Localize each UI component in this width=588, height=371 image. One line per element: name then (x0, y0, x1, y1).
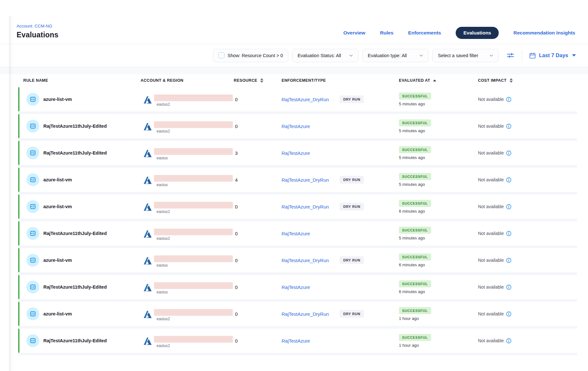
rule-name: azure-list-vm (43, 97, 72, 102)
table-row[interactable]: azure-list-vm eastus 4 RajTestAzure_DryR… (18, 168, 577, 192)
redacted-account-name (154, 309, 233, 316)
redacted-account-name (154, 255, 233, 262)
dry-run-badge: DRY RUN (340, 256, 364, 264)
evaluated-time: 5 minutes ago (399, 102, 478, 106)
enforcement-link[interactable]: RajTestAzure (282, 284, 310, 290)
redacted-account-name (154, 95, 233, 101)
status-badge: SUCCESSFUL (399, 280, 431, 287)
tab-recommendation-insights[interactable]: Recommendation Insights (513, 30, 575, 36)
rule-icon (26, 307, 39, 320)
caret-down-icon (572, 54, 576, 57)
sliders-icon (506, 51, 515, 60)
enforcement-link[interactable]: RajTestAzure_DryRun (282, 97, 329, 102)
evaluation-type-select[interactable]: Evaluation type: All (362, 49, 429, 62)
info-icon[interactable] (506, 177, 511, 183)
evaluated-time: 6 minutes ago (399, 289, 478, 294)
dry-run-badge: DRY RUN (340, 310, 364, 318)
table-row[interactable]: RajTestAzure11thJuly-Edited eastus2 0 Ra… (18, 329, 577, 353)
column-header-enforcement-type[interactable]: ENFORCEMENT/TYPE (282, 78, 399, 83)
filter-bar: Show: Resource Count > 0 Evaluation Stat… (0, 44, 588, 67)
tab-enforcements[interactable]: Enforcements (408, 30, 441, 36)
enforcement-link[interactable]: RajTestAzure_DryRun (282, 258, 329, 263)
table-row[interactable]: azure-list-vm eastus2 0 RajTestAzure_Dry… (18, 194, 577, 219)
status-badge: SUCCESSFUL (399, 254, 431, 261)
rule-name: azure-list-vm (43, 204, 72, 209)
column-header-resource[interactable]: RESOURCE (234, 78, 282, 83)
info-icon[interactable] (506, 338, 511, 344)
evaluated-time: 1 hour ago (399, 316, 478, 321)
dry-run-badge: DRY RUN (340, 176, 364, 184)
azure-icon (143, 256, 152, 266)
info-icon[interactable] (506, 284, 511, 290)
info-icon[interactable] (506, 150, 511, 156)
row-accent-bar (18, 221, 19, 246)
cost-impact-value: Not available (478, 311, 504, 316)
enforcement-link[interactable]: RajTestAzure_DryRun (282, 177, 329, 183)
column-header-account-region[interactable]: ACCOUNT & REGION (141, 78, 234, 83)
resource-count-checkbox[interactable] (218, 52, 224, 58)
info-icon[interactable] (506, 311, 511, 317)
enforcement-link[interactable]: RajTestAzure (282, 338, 310, 344)
rule-icon (26, 93, 39, 106)
enforcement-link[interactable]: RajTestAzure_DryRun (282, 204, 329, 209)
cost-impact-value: Not available (478, 124, 504, 129)
table-row[interactable]: RajTestAzure11thJuly-Edited eastus2 0 Ra… (18, 114, 577, 138)
enforcement-link[interactable]: RajTestAzure (282, 150, 310, 156)
resource-count: 0 (234, 284, 282, 290)
info-icon[interactable] (506, 204, 511, 209)
sort-asc-icon[interactable] (433, 80, 436, 81)
row-accent-bar (18, 114, 19, 138)
enforcement-link[interactable]: RajTestAzure_DryRun (282, 311, 329, 317)
divider (522, 50, 522, 61)
calendar-icon (529, 52, 536, 59)
resource-count: 3 (234, 150, 282, 156)
evaluation-status-select[interactable]: Evaluation Status: All (292, 49, 358, 62)
tab-overview[interactable]: Overview (343, 30, 365, 36)
table-row[interactable]: RajTestAzure11thJuly-Edited eastus 3 Raj… (18, 141, 577, 165)
table-header-row: RULE NAME ACCOUNT & REGION RESOURCE ENFO… (18, 74, 577, 87)
column-header-evaluated-at[interactable]: EVALUATED AT (399, 78, 478, 83)
redacted-account-name (154, 282, 233, 289)
azure-icon (143, 149, 152, 158)
redacted-account-name (154, 148, 233, 155)
region-label: eastus2 (157, 236, 233, 241)
date-range-picker[interactable]: Last 7 Days (529, 52, 576, 59)
row-accent-bar (18, 248, 19, 272)
resource-count: 0 (234, 311, 282, 317)
column-header-cost-impact[interactable]: COST IMPACT (478, 78, 577, 83)
info-icon[interactable] (506, 231, 511, 236)
enforcement-link[interactable]: RajTestAzure (282, 231, 310, 236)
saved-filter-value: Select a saved filter (438, 53, 478, 58)
show-resource-count-filter[interactable]: Show: Resource Count > 0 (213, 49, 289, 62)
rule-name: azure-list-vm (43, 258, 72, 263)
status-badge: SUCCESSFUL (399, 119, 431, 126)
sort-icon[interactable] (260, 78, 263, 83)
row-accent-bar (18, 168, 19, 192)
evaluation-type-value: Evaluation type: All (368, 53, 407, 58)
dry-run-badge: DRY RUN (340, 203, 364, 210)
tab-rules[interactable]: Rules (380, 30, 393, 36)
evaluated-time: 6 minutes ago (399, 209, 478, 214)
table-row[interactable]: azure-list-vm eastus 0 RajTestAzure_DryR… (18, 248, 577, 272)
evaluated-time: 5 minutes ago (399, 236, 478, 240)
filter-settings-button[interactable] (506, 51, 515, 60)
table-row[interactable]: RajTestAzure11thJuly-Edited eastus2 0 Ra… (18, 221, 577, 246)
column-header-rule-name[interactable]: RULE NAME (18, 78, 141, 83)
saved-filter-select[interactable]: Select a saved filter (432, 49, 499, 62)
rule-icon (26, 200, 39, 213)
table-row[interactable]: azure-list-vm eastus2 0 RajTestAzure_Dry… (18, 87, 577, 111)
tab-evaluations[interactable]: Evaluations (456, 27, 499, 39)
rule-icon (26, 227, 39, 240)
info-icon[interactable] (506, 124, 511, 129)
table-row[interactable]: RajTestAzure11thJuly-Edited eastus 0 Raj… (18, 275, 577, 299)
cost-impact-value: Not available (478, 338, 504, 343)
enforcement-link[interactable]: RajTestAzure (282, 124, 310, 129)
table-row[interactable]: azure-list-vm eastus2 0 RajTestAzure_Dry… (18, 302, 577, 326)
cost-impact-value: Not available (478, 150, 504, 155)
rule-icon (26, 120, 39, 132)
azure-icon (143, 283, 152, 292)
info-icon[interactable] (506, 258, 511, 263)
info-icon[interactable] (506, 97, 511, 102)
sort-icon[interactable] (510, 78, 513, 83)
rule-icon (26, 334, 39, 347)
